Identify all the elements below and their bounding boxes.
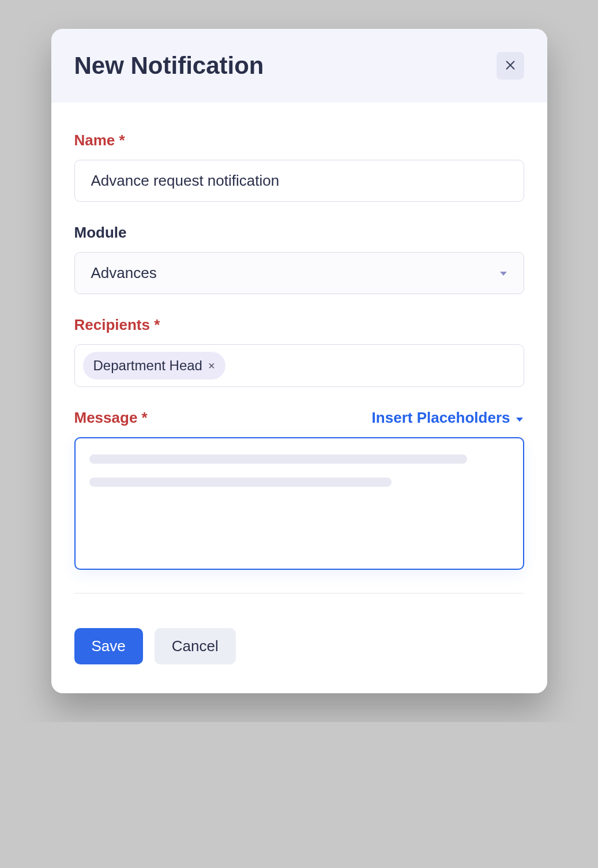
message-label: Message (74, 409, 148, 427)
close-icon (504, 59, 517, 73)
name-field-group: Name (74, 131, 524, 202)
insert-placeholders-label: Insert Placeholders (372, 409, 510, 427)
placeholder-line (89, 478, 392, 487)
message-field-group: Message Insert Placeholders (74, 409, 524, 570)
module-field-group: Module Advances (74, 224, 524, 294)
modal-body: Name Module Advances Recipients Depart (51, 103, 547, 628)
module-select[interactable]: Advances (74, 252, 524, 294)
tag-remove-button[interactable]: × (208, 360, 215, 371)
recipients-field-group: Recipients Department Head × (74, 316, 524, 387)
name-label: Name (74, 131, 524, 149)
save-button[interactable]: Save (74, 628, 143, 664)
divider (74, 593, 524, 593)
close-icon: × (208, 359, 215, 372)
cancel-button[interactable]: Cancel (155, 628, 236, 664)
recipient-tag-label: Department Head (93, 358, 202, 374)
placeholder-line (89, 454, 467, 464)
message-textarea[interactable] (74, 437, 524, 570)
insert-placeholders-button[interactable]: Insert Placeholders (372, 409, 524, 427)
new-notification-modal: New Notification Name Module Advances (51, 29, 547, 693)
modal-footer: Save Cancel (51, 628, 547, 693)
module-label: Module (74, 224, 524, 242)
module-select-wrapper: Advances (74, 252, 524, 294)
close-button[interactable] (497, 52, 524, 80)
recipients-label: Recipients (74, 316, 524, 334)
modal-title: New Notification (74, 52, 264, 80)
recipient-tag: Department Head × (83, 352, 225, 379)
modal-header: New Notification (51, 29, 547, 103)
chevron-down-icon (515, 409, 524, 427)
message-label-row: Message Insert Placeholders (74, 409, 524, 427)
name-input[interactable] (74, 160, 524, 202)
svg-marker-3 (516, 418, 523, 422)
module-select-value: Advances (91, 264, 157, 281)
recipients-input[interactable]: Department Head × (74, 344, 524, 387)
